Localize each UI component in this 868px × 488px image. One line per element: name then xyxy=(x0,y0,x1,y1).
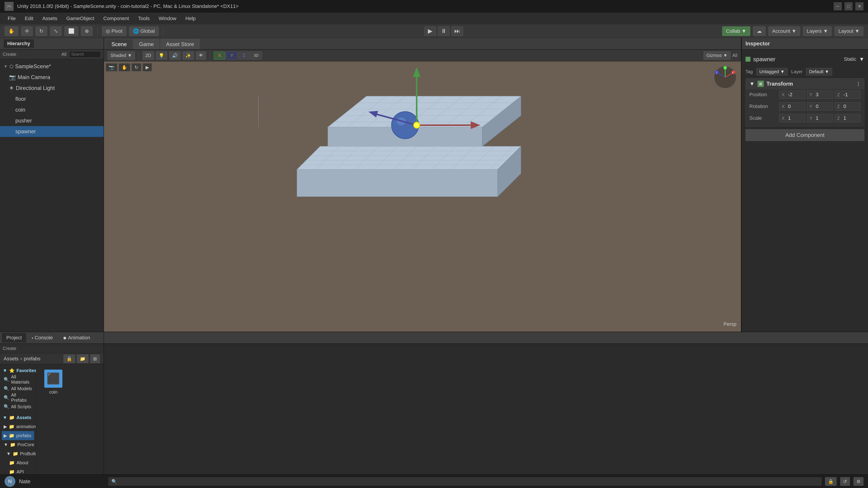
static-dropdown-icon[interactable]: ▼ xyxy=(859,56,864,62)
scene-play-btn[interactable]: ▶ xyxy=(143,63,152,71)
layer-dropdown[interactable]: Default ▼ xyxy=(806,68,832,75)
menu-window[interactable]: Window xyxy=(155,14,180,23)
pause-button[interactable]: ⏸ xyxy=(438,26,450,36)
tab-console[interactable]: ▪ Console xyxy=(27,333,57,343)
hierarchy-scene-root[interactable]: ▼ ⬡ SampleScene* xyxy=(0,61,103,72)
close-button[interactable]: ✕ xyxy=(855,2,864,10)
file-item-coin[interactable]: ⬛ coin xyxy=(40,368,67,396)
lighting-button[interactable]: 💡 xyxy=(156,51,167,60)
scale-tool[interactable]: ⤡ xyxy=(50,26,62,36)
menu-edit[interactable]: Edit xyxy=(21,14,37,23)
object-name[interactable]: spawner xyxy=(753,56,841,63)
effects-button[interactable]: ✨ xyxy=(182,51,194,60)
position-x-field[interactable]: X -2 xyxy=(779,91,805,99)
sidebar-about[interactable]: 📁 About xyxy=(2,458,34,467)
position-z-field[interactable]: Z -1 xyxy=(835,91,861,99)
active-checkbox[interactable] xyxy=(745,57,750,62)
maximize-button[interactable]: □ xyxy=(844,2,852,10)
layout-dropdown[interactable]: Layout ▼ xyxy=(835,26,864,36)
lock-btn[interactable]: 🔒 xyxy=(64,355,75,363)
scale-z-field[interactable]: Z 1 xyxy=(835,114,861,122)
path-prefabs[interactable]: prefabs xyxy=(24,356,40,362)
tab-scene[interactable]: Scene xyxy=(106,39,132,49)
z-axis-btn[interactable]: Z xyxy=(238,52,250,60)
hand-tool[interactable]: ✋ xyxy=(4,26,18,36)
3d-btn[interactable]: 3D xyxy=(250,52,262,60)
y-axis-btn[interactable]: Y xyxy=(226,52,238,60)
tab-animation[interactable]: ⏺ Animation xyxy=(58,333,95,343)
sidebar-animations[interactable]: ▶ 📁 animations xyxy=(2,422,34,431)
gizmos-dropdown[interactable]: Gizmos ▼ xyxy=(704,51,731,60)
status-refresh-btn[interactable]: ↺ xyxy=(840,477,850,486)
layers-dropdown[interactable]: Layers ▼ xyxy=(803,26,832,36)
assets-section[interactable]: ▼ 📁 Assets xyxy=(2,413,34,422)
scale-x-field[interactable]: X 1 xyxy=(779,114,805,122)
add-component-button[interactable]: Add Component xyxy=(745,129,864,141)
x-axis-btn[interactable]: X xyxy=(214,52,225,60)
multi-tool[interactable]: ⊕ xyxy=(81,26,93,36)
hierarchy-item-spawner[interactable]: spawner xyxy=(0,126,103,137)
favorites-section[interactable]: ▼ ⭐ Favorites xyxy=(2,366,34,375)
menu-tools[interactable]: Tools xyxy=(134,14,154,23)
menu-help[interactable]: Help xyxy=(181,14,199,23)
sidebar-prefabs[interactable]: ▶ 📁 prefabs xyxy=(2,431,34,440)
status-search-input[interactable]: 🔍 xyxy=(108,477,822,486)
hierarchy-item-main-camera[interactable]: 📷 Main Camera xyxy=(0,72,103,83)
cloud-button[interactable]: ☁ xyxy=(753,26,766,36)
hierarchy-create[interactable]: Create xyxy=(3,52,16,57)
tab-game[interactable]: Game xyxy=(133,39,159,49)
rect-tool[interactable]: ⬜ xyxy=(64,26,78,36)
rotation-z-field[interactable]: Z 0 xyxy=(835,102,861,110)
tab-asset-store[interactable]: Asset Store xyxy=(160,39,199,49)
tag-dropdown[interactable]: Untagged ▼ xyxy=(756,68,787,75)
scene-move-btn[interactable]: ✋ xyxy=(119,63,130,71)
hierarchy-item-floor[interactable]: floor xyxy=(0,94,103,104)
sidebar-all-prefabs[interactable]: 🔍 All Prefabs xyxy=(2,393,34,402)
minimize-button[interactable]: ─ xyxy=(834,2,842,10)
folder-btn[interactable]: 📁 xyxy=(77,355,88,363)
project-create-btn[interactable]: Create xyxy=(3,346,16,351)
hierarchy-item-pusher[interactable]: pusher xyxy=(0,115,103,126)
scale-y-field[interactable]: Y 1 xyxy=(807,114,833,122)
hierarchy-search-input[interactable] xyxy=(69,51,101,58)
2d-button[interactable]: 2D xyxy=(143,51,154,60)
sidebar-procore[interactable]: ▼ 📁 ProCore xyxy=(2,440,34,449)
play-button[interactable]: ▶ xyxy=(424,26,436,36)
pivot-button[interactable]: ◎ Pivot xyxy=(102,26,126,36)
global-button[interactable]: 🌐 Global xyxy=(129,26,159,36)
rotation-x-field[interactable]: X 0 xyxy=(779,102,805,110)
hierarchy-all[interactable]: All xyxy=(61,52,66,57)
hierarchy-tab[interactable]: Hierarchy xyxy=(4,39,34,48)
position-y-field[interactable]: Y 3 xyxy=(807,91,833,99)
rotate-tool[interactable]: ↻ xyxy=(35,26,47,36)
scene-camera-btn[interactable]: 📷 xyxy=(106,63,117,71)
scene-viewport[interactable]: X Y Z Persp 📷 ✋ xyxy=(104,61,741,332)
menu-assets[interactable]: Assets xyxy=(38,14,61,23)
hidden-button[interactable]: 👁 xyxy=(196,51,206,60)
sidebar-probuilder[interactable]: ▼ 📁 ProBuilder xyxy=(2,449,34,458)
audio-button[interactable]: 🔊 xyxy=(169,51,181,60)
scene-orientation-gizmo[interactable]: X Y Z xyxy=(714,66,737,89)
menu-component[interactable]: Component xyxy=(99,14,133,23)
rotation-y-field[interactable]: Y 0 xyxy=(807,102,833,110)
menu-gameobject[interactable]: GameObject xyxy=(62,14,98,23)
collab-button[interactable]: Collab ▼ xyxy=(722,26,750,36)
sidebar-all-scripts[interactable]: 🔍 All Scripts xyxy=(2,402,34,411)
transform-section-header[interactable]: ▼ ⊞ Transform ⋮ xyxy=(746,78,864,89)
scene-rotate-btn[interactable]: ↻ xyxy=(131,63,141,71)
move-tool[interactable]: ✛ xyxy=(21,26,33,36)
step-button[interactable]: ⏭ xyxy=(452,26,463,36)
hierarchy-item-coin[interactable]: coin xyxy=(0,104,103,115)
grid-btn[interactable]: ⊞ xyxy=(90,355,100,363)
transform-menu-icon[interactable]: ⋮ xyxy=(856,81,861,87)
account-dropdown[interactable]: Account ▼ xyxy=(768,26,800,36)
status-settings-btn[interactable]: ⚙ xyxy=(854,477,864,486)
menu-file[interactable]: File xyxy=(4,14,20,23)
tab-project[interactable]: Project xyxy=(2,333,26,343)
hierarchy-item-directional-light[interactable]: ☀ Directional Light xyxy=(0,83,103,94)
shaded-dropdown[interactable]: Shaded ▼ xyxy=(107,51,135,60)
sidebar-all-materials[interactable]: 🔍 All Materials xyxy=(2,375,34,384)
path-assets[interactable]: Assets xyxy=(4,356,19,362)
status-lock-btn[interactable]: 🔒 xyxy=(825,477,837,486)
sidebar-all-models[interactable]: 🔍 All Models xyxy=(2,384,34,393)
